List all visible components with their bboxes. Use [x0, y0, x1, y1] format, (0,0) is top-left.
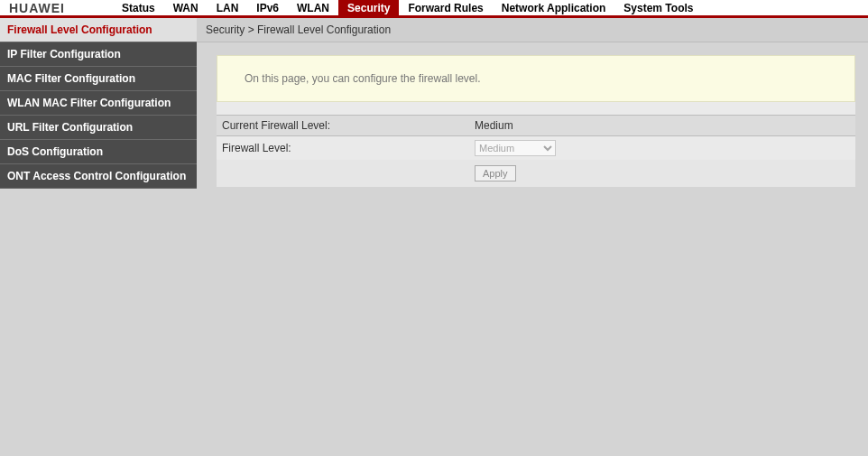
value-current-firewall-level: Medium: [469, 116, 855, 136]
sidebar-item-wlan-mac-filter[interactable]: WLAN MAC Filter Configuration: [0, 91, 197, 116]
info-box: On this page, you can configure the fire…: [217, 55, 855, 102]
nav-lan[interactable]: LAN: [208, 0, 248, 17]
config-table: Current Firewall Level: Medium Firewall …: [217, 115, 855, 187]
label-current-firewall-level: Current Firewall Level:: [217, 116, 469, 136]
sidebar-item-dos[interactable]: DoS Configuration: [0, 140, 197, 164]
brand-logo: HUAWEI: [0, 1, 113, 15]
top-nav: Status WAN LAN IPv6 WLAN Security Forwar…: [113, 0, 702, 17]
config-panel: On this page, you can configure the fire…: [217, 55, 855, 187]
nav-status[interactable]: Status: [113, 0, 164, 17]
nav-system-tools[interactable]: System Tools: [614, 0, 702, 17]
row-apply: Apply: [217, 160, 855, 187]
apply-button[interactable]: Apply: [475, 165, 516, 181]
nav-wlan[interactable]: WLAN: [288, 0, 338, 17]
sidebar: Firewall Level Configuration IP Filter C…: [0, 18, 197, 453]
sidebar-item-mac-filter[interactable]: MAC Filter Configuration: [0, 67, 197, 91]
nav-wan[interactable]: WAN: [164, 0, 208, 17]
sidebar-item-firewall-level[interactable]: Firewall Level Configuration: [0, 18, 197, 42]
sidebar-item-url-filter[interactable]: URL Filter Configuration: [0, 116, 197, 140]
select-firewall-level[interactable]: Medium: [475, 140, 556, 156]
label-firewall-level: Firewall Level:: [217, 136, 469, 161]
sidebar-item-ip-filter[interactable]: IP Filter Configuration: [0, 42, 197, 67]
nav-ipv6[interactable]: IPv6: [247, 0, 288, 17]
nav-security[interactable]: Security: [338, 0, 399, 17]
sidebar-item-ont-access-control[interactable]: ONT Access Control Configuration: [0, 164, 197, 189]
row-current-firewall-level: Current Firewall Level: Medium: [217, 116, 855, 136]
nav-forward-rules[interactable]: Forward Rules: [399, 0, 492, 17]
row-firewall-level: Firewall Level: Medium: [217, 136, 855, 161]
nav-network-application[interactable]: Network Application: [493, 0, 615, 17]
breadcrumb: Security > Firewall Level Configuration: [197, 18, 868, 42]
